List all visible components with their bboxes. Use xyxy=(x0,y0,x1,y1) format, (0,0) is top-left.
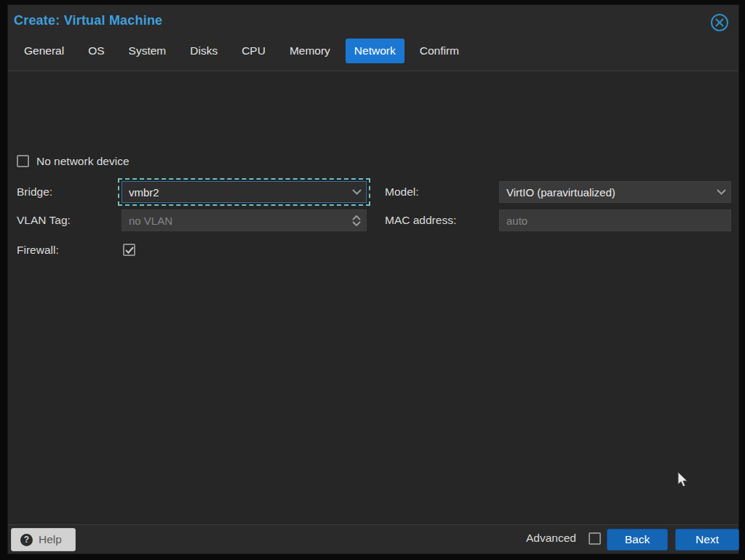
dialog-footer: ? Help Advanced Back Next xyxy=(8,524,738,553)
tab-memory[interactable]: Memory xyxy=(281,39,339,63)
bridge-label: Bridge: xyxy=(17,181,52,203)
dialog-header: Create: Virtual Machine xyxy=(8,5,738,28)
tab-confirm[interactable]: Confirm xyxy=(411,39,468,63)
model-value: VirtIO (paravirtualized) xyxy=(500,186,712,199)
vlan-spinner[interactable] xyxy=(347,210,366,231)
vlan-tag-input[interactable] xyxy=(122,210,347,231)
spinner-up-icon xyxy=(352,215,361,220)
no-network-device-checkbox[interactable] xyxy=(17,155,29,167)
firewall-label: Firewall: xyxy=(17,239,59,261)
bridge-value: vmbr2 xyxy=(122,186,347,199)
tab-system[interactable]: System xyxy=(120,39,175,63)
back-button[interactable]: Back xyxy=(607,529,668,551)
firewall-checkbox[interactable] xyxy=(123,244,135,256)
chevron-down-icon xyxy=(717,189,726,195)
close-button[interactable] xyxy=(709,12,730,33)
bridge-dropdown-trigger[interactable] xyxy=(347,182,366,202)
close-icon xyxy=(710,13,729,32)
spinner-down-icon xyxy=(352,221,361,226)
help-button[interactable]: ? Help xyxy=(11,528,76,551)
no-network-device-label: No network device xyxy=(36,151,130,172)
model-combobox[interactable]: VirtIO (paravirtualized) xyxy=(499,181,731,203)
tab-general[interactable]: General xyxy=(15,39,73,63)
help-button-label: Help xyxy=(39,533,62,546)
checkmark-icon xyxy=(125,247,134,254)
dialog-title: Create: Virtual Machine xyxy=(14,13,162,28)
mac-address-field xyxy=(499,209,731,231)
mac-address-input[interactable] xyxy=(500,210,730,231)
wizard-tab-bar: General OS System Disks CPU Memory Netwo… xyxy=(8,28,738,71)
vlan-tag-label: VLAN Tag: xyxy=(17,209,71,231)
bridge-combobox[interactable]: vmbr2 xyxy=(121,181,367,203)
advanced-checkbox[interactable] xyxy=(589,532,601,545)
next-button[interactable]: Next xyxy=(675,529,739,551)
create-vm-dialog: Create: Virtual Machine General OS Syste… xyxy=(7,4,739,554)
help-icon: ? xyxy=(20,534,33,546)
chevron-down-icon xyxy=(352,189,362,195)
mac-address-label: MAC address: xyxy=(385,209,456,231)
advanced-label: Advanced xyxy=(526,532,576,545)
vlan-tag-field xyxy=(121,209,367,231)
network-form: No network device Bridge: vmbr2 Model: V… xyxy=(8,71,738,524)
tab-cpu[interactable]: CPU xyxy=(233,39,274,63)
model-dropdown-trigger[interactable] xyxy=(712,182,730,202)
tab-os[interactable]: OS xyxy=(79,39,113,63)
tab-disks[interactable]: Disks xyxy=(181,39,226,63)
model-label: Model: xyxy=(385,181,419,203)
tab-network[interactable]: Network xyxy=(346,39,405,63)
